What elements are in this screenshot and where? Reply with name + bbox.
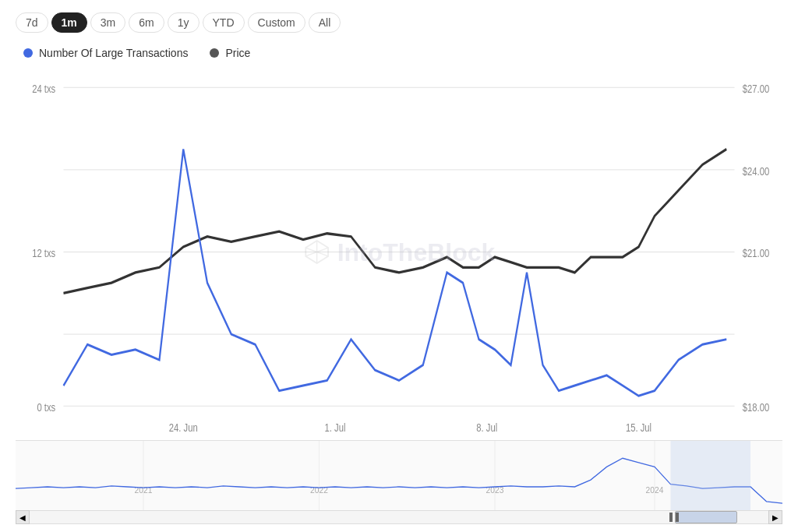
svg-text:2022: 2022 bbox=[310, 484, 328, 494]
svg-text:24. Jun: 24. Jun bbox=[169, 421, 198, 435]
scroll-left-arrow[interactable]: ◀ bbox=[16, 510, 30, 524]
svg-text:0 txs: 0 txs bbox=[37, 401, 55, 414]
time-btn-6m[interactable]: 6m bbox=[129, 12, 164, 33]
svg-text:2024: 2024 bbox=[646, 484, 664, 494]
resize-handles bbox=[643, 512, 705, 523]
svg-text:$21.00: $21.00 bbox=[743, 247, 769, 260]
main-container: 7d1m3m6m1yYTDCustomAll Number Of Large T… bbox=[0, 0, 798, 532]
svg-text:15. Jul: 15. Jul bbox=[626, 421, 651, 435]
legend-label-transactions: Number Of Large Transactions bbox=[39, 47, 188, 59]
price-line bbox=[64, 150, 727, 294]
time-range-selector: 7d1m3m6m1yYTDCustomAll bbox=[16, 12, 782, 33]
mini-chart-svg: 2021 2022 2023 2024 bbox=[16, 441, 782, 510]
main-chart-svg: 24 txs 12 txs 0 txs $27.00 $24.00 $21.00… bbox=[16, 67, 782, 437]
legend-dot-transactions bbox=[23, 48, 33, 58]
mini-chart-wrapper: 2021 2022 2023 2024 bbox=[16, 440, 782, 510]
legend-dot-price bbox=[210, 48, 219, 58]
time-btn-custom[interactable]: Custom bbox=[248, 12, 305, 33]
resize-handle-left[interactable] bbox=[669, 513, 673, 522]
chart-area: IntoTheBlock 24 txs 12 txs 0 txs $27.00 … bbox=[16, 67, 782, 524]
scrollbar-track[interactable] bbox=[30, 511, 768, 523]
legend-item-transactions: Number Of Large Transactions bbox=[23, 47, 188, 59]
svg-rect-20 bbox=[16, 441, 782, 510]
svg-text:$27.00: $27.00 bbox=[743, 83, 769, 96]
chart-legend: Number Of Large Transactions Price bbox=[16, 47, 782, 59]
svg-text:$24.00: $24.00 bbox=[743, 164, 769, 178]
legend-item-price: Price bbox=[210, 47, 250, 59]
time-btn-1y[interactable]: 1y bbox=[168, 12, 200, 33]
time-btn-1m[interactable]: 1m bbox=[51, 12, 87, 33]
legend-label-price: Price bbox=[225, 47, 250, 59]
time-btn-7d[interactable]: 7d bbox=[16, 12, 48, 33]
scroll-right-arrow[interactable]: ▶ bbox=[768, 510, 782, 524]
main-chart: IntoTheBlock 24 txs 12 txs 0 txs $27.00 … bbox=[16, 67, 782, 437]
svg-text:12 txs: 12 txs bbox=[32, 247, 55, 260]
scrollbar-thumb[interactable] bbox=[675, 511, 737, 523]
svg-rect-29 bbox=[671, 441, 751, 510]
time-btn-all[interactable]: All bbox=[309, 12, 341, 33]
svg-text:1. Jul: 1. Jul bbox=[325, 421, 346, 435]
svg-text:$18.00: $18.00 bbox=[743, 401, 769, 414]
time-btn-3m[interactable]: 3m bbox=[90, 12, 125, 33]
svg-text:2021: 2021 bbox=[135, 484, 153, 494]
resize-handle-right[interactable] bbox=[676, 513, 679, 522]
svg-text:8. Jul: 8. Jul bbox=[476, 421, 497, 435]
svg-text:24 txs: 24 txs bbox=[32, 83, 55, 96]
scrollbar[interactable]: ◀ ▶ bbox=[16, 510, 782, 524]
time-btn-ytd[interactable]: YTD bbox=[203, 12, 245, 33]
